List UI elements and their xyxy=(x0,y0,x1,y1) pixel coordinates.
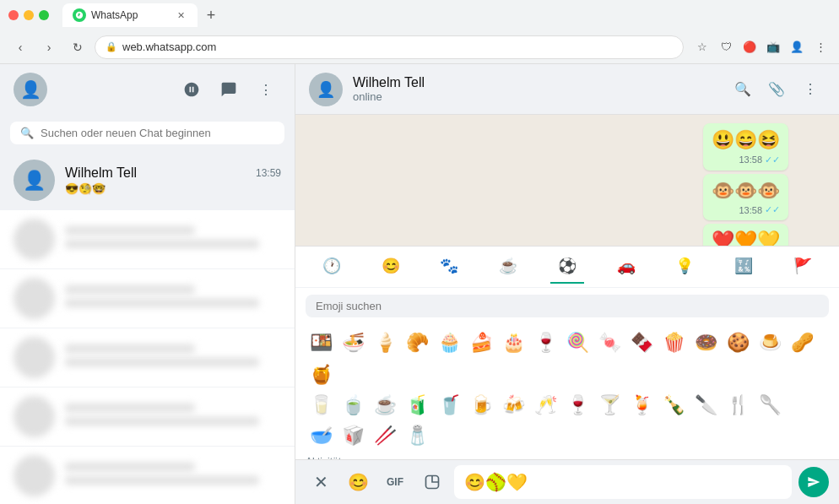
window-close-button[interactable] xyxy=(8,10,19,20)
profile-button[interactable]: 👤 xyxy=(787,37,807,57)
emoji-item[interactable]: 🧁 xyxy=(434,328,464,358)
extension-2[interactable]: 🔴 xyxy=(739,37,760,57)
emoji-item[interactable]: 🧂 xyxy=(402,420,432,451)
emoji-cat-travel[interactable]: 🚗 xyxy=(609,250,643,284)
read-receipt-1: ✓✓ xyxy=(765,204,780,215)
emoji-item[interactable]: 🍵 xyxy=(338,390,368,420)
message-bubble-0: 😃😄😆 13:58 ✓✓ xyxy=(703,123,788,171)
emoji-cat-objects[interactable]: 💡 xyxy=(668,250,701,284)
blurred-line xyxy=(65,476,259,485)
emoji-item[interactable]: 🧃 xyxy=(402,390,432,420)
emoji-item[interactable]: 🥄 xyxy=(755,390,785,420)
chat-name-0: Wilhelm Tell xyxy=(65,165,137,181)
lock-icon: 🔒 xyxy=(106,41,117,52)
emoji-button[interactable]: 😊 xyxy=(343,467,373,497)
chat-time-0: 13:59 xyxy=(256,167,281,179)
emoji-item[interactable]: 🍺 xyxy=(466,390,496,420)
blurred-line xyxy=(65,299,259,307)
emoji-item[interactable]: 🥛 xyxy=(306,390,336,420)
emoji-cat-smileys[interactable]: 😊 xyxy=(374,250,408,284)
header-actions: ⋮ xyxy=(176,74,281,105)
emoji-cat-activity[interactable]: ⚽ xyxy=(550,250,584,284)
window-minimize-button[interactable] xyxy=(24,10,34,20)
emoji-item[interactable]: 🍹 xyxy=(626,390,657,420)
search-input-wrap[interactable]: 🔍 xyxy=(10,122,284,144)
browser-titlebar: WhatsApp ✕ + xyxy=(0,0,839,30)
my-avatar[interactable]: 👤 xyxy=(14,73,47,106)
app: 👤 ⋮ 🔍 👤 Wilhelm Tel xyxy=(0,64,839,504)
blurred-avatar-1 xyxy=(14,219,55,260)
attach-button[interactable]: 📎 xyxy=(761,74,792,105)
gif-button[interactable]: GIF xyxy=(380,467,410,497)
emoji-item[interactable]: 🥡 xyxy=(338,420,368,451)
emoji-item[interactable]: ☕ xyxy=(370,390,400,420)
emoji-item[interactable]: 🍾 xyxy=(658,390,689,420)
emoji-cat-animals[interactable]: 🐾 xyxy=(432,250,466,284)
emoji-item[interactable]: 🍴 xyxy=(723,390,753,420)
tab-close-button[interactable]: ✕ xyxy=(174,8,187,22)
emoji-item[interactable]: 🥣 xyxy=(306,420,336,451)
blurred-item-3 xyxy=(0,328,295,387)
emoji-item[interactable]: 🍪 xyxy=(723,328,753,358)
new-chat-icon[interactable] xyxy=(214,74,244,105)
send-button[interactable] xyxy=(798,467,829,497)
message-bubble-2: ❤️🧡💛 13:58 ✓✓ xyxy=(703,224,788,246)
emoji-item[interactable]: 🍩 xyxy=(690,328,721,358)
window-maximize-button[interactable] xyxy=(39,10,49,20)
emoji-item[interactable]: 🍮 xyxy=(755,328,785,358)
emoji-item[interactable]: 🍷 xyxy=(530,328,560,358)
emoji-item[interactable]: 🍻 xyxy=(498,390,528,420)
emoji-item[interactable]: 🥤 xyxy=(434,390,464,420)
emoji-item[interactable]: 🥐 xyxy=(402,328,432,358)
extension-shield[interactable]: 🛡 xyxy=(716,37,736,57)
emoji-cat-food[interactable]: ☕ xyxy=(491,250,525,284)
chat-avatar-0: 👤 xyxy=(14,160,55,201)
search-input[interactable] xyxy=(41,127,274,139)
new-tab-button[interactable]: + xyxy=(201,5,221,25)
emoji-item[interactable]: 🍿 xyxy=(658,328,689,358)
emoji-item[interactable]: 🍭 xyxy=(562,328,593,358)
search-messages-button[interactable]: 🔍 xyxy=(728,74,758,105)
back-button[interactable]: ‹ xyxy=(8,35,32,59)
emoji-item[interactable]: 🥂 xyxy=(530,390,560,420)
chat-header-avatar[interactable]: 👤 xyxy=(309,73,343,106)
message-input[interactable]: 😊🥎💛 xyxy=(454,465,792,499)
emoji-cat-flags[interactable]: 🚩 xyxy=(786,250,820,284)
emoji-cat-recent[interactable]: 🕐 xyxy=(315,250,349,284)
emoji-item[interactable]: 🍜 xyxy=(338,328,368,358)
browser-actions: ☆ 🛡 🔴 📺 👤 ⋮ xyxy=(692,37,831,57)
sticker-button[interactable] xyxy=(417,467,447,497)
address-bar[interactable]: 🔒 web.whatsapp.com xyxy=(95,35,684,59)
food-emoji-row1: 🍱 🍜 🍦 🥐 🧁 🍰 🎂 🍷 🍭 🍬 🍫 🍿 🍩 🍪 🍮 🥜 xyxy=(306,328,829,390)
chat-info-0: Wilhelm Tell 13:59 😎🧐🤓 xyxy=(65,165,281,195)
emoji-item[interactable]: 🍫 xyxy=(626,328,657,358)
emoji-item[interactable]: 🍯 xyxy=(306,360,336,390)
chat-item-0[interactable]: 👤 Wilhelm Tell 13:59 😎🧐🤓 xyxy=(0,151,295,210)
emoji-item[interactable]: 🍷 xyxy=(562,390,593,420)
blurred-avatar-2 xyxy=(14,278,55,319)
chat-menu-button[interactable]: ⋮ xyxy=(795,74,825,105)
bookmark-button[interactable]: ☆ xyxy=(692,37,712,57)
emoji-item[interactable]: 🥢 xyxy=(370,420,400,451)
emoji-content: 🍱 🍜 🍦 🥐 🧁 🍰 🎂 🍷 🍭 🍬 🍫 🍿 🍩 🍪 🍮 🥜 xyxy=(295,324,839,459)
emoji-item[interactable]: 🎂 xyxy=(498,328,528,358)
emoji-item[interactable]: 🍦 xyxy=(370,328,400,358)
reload-button[interactable]: ↻ xyxy=(66,35,89,59)
cast-button[interactable]: 📺 xyxy=(763,37,783,57)
emoji-search-wrap[interactable] xyxy=(306,295,829,317)
community-icon[interactable] xyxy=(176,74,207,105)
menu-dots-icon[interactable]: ⋮ xyxy=(251,74,281,105)
emoji-item[interactable]: 🥜 xyxy=(787,328,817,358)
emoji-item[interactable]: 🔪 xyxy=(690,390,721,420)
emoji-cat-symbols[interactable]: 🔣 xyxy=(727,250,761,284)
forward-button[interactable]: › xyxy=(37,35,61,59)
emoji-search-input[interactable] xyxy=(316,300,819,312)
blurred-line xyxy=(65,240,259,248)
emoji-item[interactable]: 🍸 xyxy=(594,390,625,420)
emoji-item[interactable]: 🍱 xyxy=(306,328,336,358)
emoji-item[interactable]: 🍬 xyxy=(594,328,625,358)
menu-button[interactable]: ⋮ xyxy=(810,37,831,57)
close-emoji-picker-button[interactable]: ✕ xyxy=(306,467,336,497)
browser-tab[interactable]: WhatsApp ✕ xyxy=(62,3,198,27)
emoji-item[interactable]: 🍰 xyxy=(466,328,496,358)
